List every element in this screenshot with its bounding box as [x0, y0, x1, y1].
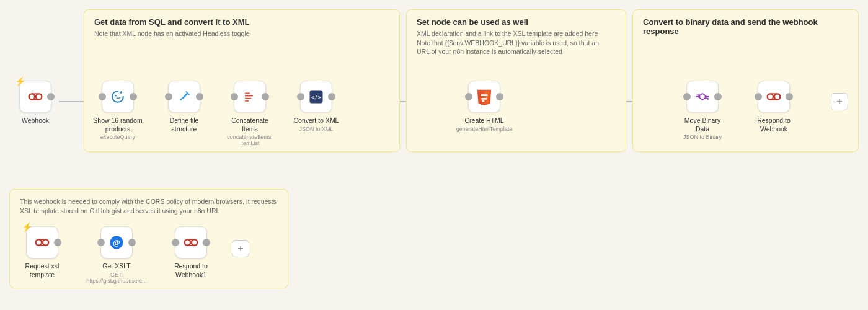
lightning2-icon: ⚡: [22, 222, 32, 232]
svg-rect-19: [245, 98, 252, 99]
xml1-svg: </>: [308, 88, 325, 105]
concat1-dot-right: [262, 93, 269, 100]
node-html1[interactable]: Create HTML generateHtmlTemplate: [459, 81, 509, 132]
svg-point-12: [36, 94, 42, 99]
svg-rect-17: [245, 93, 250, 94]
svg-point-40: [185, 239, 190, 245]
group1-title: Get data from SQL and convert it to XML: [94, 17, 389, 27]
group-binary-webhook: Convert to binary data and send the webh…: [632, 9, 859, 152]
xml1-label: Convert to XML: [294, 117, 339, 125]
xml1-dot-left: [297, 93, 304, 100]
svg-rect-18: [245, 95, 253, 97]
webhook1-dot-right: [47, 93, 55, 100]
group2-title: Set node can be used as well: [417, 17, 616, 27]
xml1-dot-right: [328, 93, 335, 100]
node-respond1[interactable]: Respond to Webhook: [749, 81, 799, 133]
svg-text:@: @: [113, 238, 120, 247]
respond1-svg: [764, 87, 783, 106]
concat1-svg: [242, 89, 258, 105]
concat1-sublabel: concatenateItems: itemList: [225, 134, 275, 146]
svg-point-41: [192, 239, 197, 245]
group2-subtitle: XML declaration and a link to the XSL te…: [417, 29, 616, 56]
respond1-label: Respond to Webhook: [749, 117, 799, 133]
svg-rect-20: [245, 100, 249, 102]
node-move1[interactable]: Move Binary Data JSON to Binary: [678, 81, 727, 140]
group-set-node: Set node can be used as well XML declara…: [406, 9, 626, 152]
move1-icon-box: [686, 81, 719, 113]
node-concat1[interactable]: Concatenate Items concatenateItems: item…: [225, 81, 275, 146]
node-respond2[interactable]: Respond to Webhook1: [166, 226, 216, 279]
node-xslt1[interactable]: @ Get XSLT GET: https://gist.githubuserc…: [92, 226, 141, 284]
html1-svg: [475, 87, 494, 106]
html1-dot-right: [496, 93, 503, 100]
respond1-icon-box: [758, 81, 790, 113]
webhook2-dot-right: [54, 239, 61, 246]
edit1-label: Define file structure: [159, 117, 209, 133]
svg-text:</>: </>: [311, 94, 321, 100]
svg-point-30: [768, 94, 773, 99]
xml1-sublabel: JSON to XML: [299, 126, 333, 132]
respond2-dot-right: [203, 239, 210, 246]
respond2-icon-box: [175, 226, 207, 259]
svg-rect-25: [480, 94, 487, 96]
webhook2-svg: [33, 233, 51, 252]
xml1-icon-box: </>: [300, 81, 332, 113]
add-node-btn-bottom[interactable]: +: [232, 240, 249, 257]
move1-dot-left: [683, 93, 691, 100]
svg-point-35: [43, 239, 48, 245]
concat1-label: Concatenate Items: [225, 117, 275, 133]
svg-rect-26: [481, 98, 487, 100]
node-xml1[interactable]: </> Convert to XML JSON to XML: [291, 81, 341, 132]
respond2-label: Respond to Webhook1: [166, 262, 216, 279]
lightning-icon: ⚡: [15, 76, 25, 86]
webhook2-label: Request xsl template: [17, 262, 67, 279]
xslt1-sublabel: GET: https://gist.githubuserc...: [86, 272, 147, 284]
xslt1-label: Get XSLT: [102, 262, 130, 271]
respond2-svg: [182, 233, 200, 252]
mysql1-sublabel: executeQuery: [100, 134, 135, 140]
respond1-dot-right: [786, 93, 793, 100]
node-webhook2[interactable]: ⚡ Request xsl template: [17, 226, 67, 279]
concat1-dot-left: [231, 93, 238, 100]
group3-title: Convert to binary data and send the webh…: [643, 17, 829, 36]
xslt1-dot-left: [97, 239, 105, 246]
edit1-dot-left: [165, 93, 172, 100]
move1-svg: [694, 88, 711, 105]
node-edit1[interactable]: Define file structure: [159, 81, 209, 133]
workflow-canvas: { "groups": [ { "id": "group1", "title":…: [0, 0, 868, 310]
html1-sublabel: generateHtmlTemplate: [456, 126, 513, 132]
node-mysql1[interactable]: Show 16 random products executeQuery: [93, 81, 143, 140]
respond1-dot-left: [755, 93, 762, 100]
svg-point-31: [774, 94, 780, 99]
edit1-icon-box: [168, 81, 200, 113]
respond2-dot-left: [172, 239, 179, 246]
html1-dot-left: [465, 93, 472, 100]
webhook1-icon-box: ⚡: [19, 81, 51, 113]
edit1-svg: [176, 89, 192, 105]
mysql1-svg: [109, 88, 126, 105]
group4-subtitle: This webhook is needed to comply with th…: [20, 197, 278, 215]
edit1-dot-right: [196, 93, 203, 100]
webhook2-icon-box: ⚡: [26, 226, 58, 259]
group1-subtitle: Note that XML node has an activated Head…: [94, 29, 389, 38]
svg-point-15: [115, 95, 117, 97]
webhook1-svg: [26, 87, 45, 106]
html1-label: Create HTML: [464, 117, 503, 125]
node-webhook1[interactable]: ⚡ Webhook: [11, 81, 60, 125]
xslt1-dot-right: [128, 239, 136, 246]
webhook1-label: Webhook: [22, 117, 49, 125]
xslt1-icon-box: @: [100, 226, 133, 259]
mysql1-label: Show 16 random products: [93, 117, 143, 133]
xslt1-svg: @: [108, 234, 125, 251]
move1-label: Move Binary Data: [678, 117, 727, 133]
concat1-icon-box: [234, 81, 266, 113]
move1-sublabel: JSON to Binary: [683, 134, 722, 140]
html1-icon-box: [468, 81, 500, 113]
svg-point-34: [36, 239, 42, 245]
svg-rect-27: [482, 100, 484, 102]
add-node-btn-main[interactable]: +: [831, 93, 848, 110]
mysql1-icon-box: [102, 81, 134, 113]
plus-icon2: +: [237, 243, 243, 254]
svg-point-11: [29, 94, 35, 99]
mysql1-dot-left: [99, 93, 106, 100]
